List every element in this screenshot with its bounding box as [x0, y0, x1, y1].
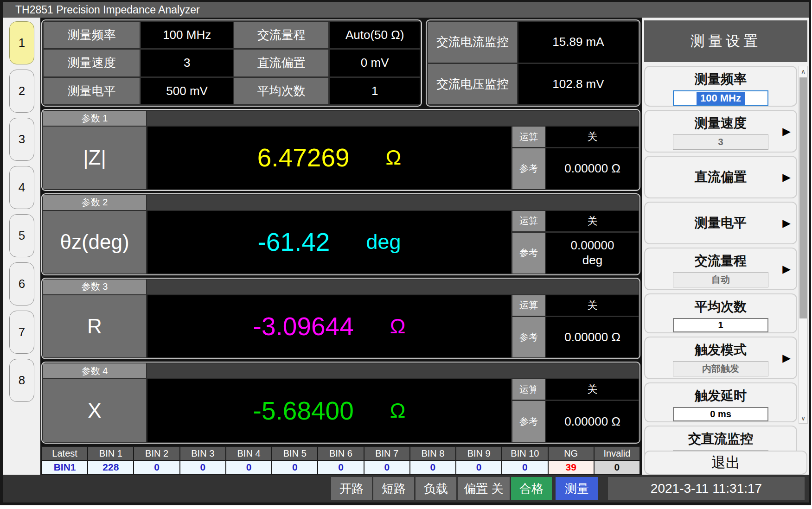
parameter-1-header-label: 参数 1	[43, 111, 146, 126]
parameter-1-name[interactable]: |Z|	[43, 127, 146, 189]
page-tab-3[interactable]: 3	[9, 118, 34, 161]
open-correction-button[interactable]: 开路	[331, 477, 372, 500]
scrollbar-thumb[interactable]	[799, 77, 807, 318]
exit-button[interactable]: 退出	[644, 451, 807, 475]
setting-value: 3	[141, 50, 233, 76]
menu-item-label: 触发模式	[695, 341, 747, 359]
sidebar-menu: 测量频率 100 MHz 测量速度 3 ▶ 直流偏置 ▶ 测量电平 ▶	[644, 66, 797, 467]
parameter-2-name[interactable]: θz(deg)	[43, 211, 146, 274]
op-value[interactable]: 关	[546, 211, 639, 231]
menu-item-frequency[interactable]: 测量频率 100 MHz	[644, 66, 797, 107]
menu-item-trigger-mode[interactable]: 触发模式 内部触发 ▶	[644, 337, 797, 379]
menu-item-label: 交流量程	[695, 252, 747, 270]
frequency-input[interactable]: 100 MHz	[673, 90, 768, 106]
submenu-arrow-icon[interactable]: ▶	[782, 217, 791, 229]
measure-mode-button[interactable]: 测量	[556, 477, 598, 500]
bin-header: BIN 9	[456, 447, 501, 460]
menu-item-label: 测量速度	[695, 115, 747, 132]
menu-item-level[interactable]: 测量电平 ▶	[644, 202, 797, 244]
speed-value-box[interactable]: 3	[673, 134, 768, 150]
bin-header: BIN 6	[318, 447, 363, 460]
parameter-4-header-strip	[147, 363, 639, 378]
page-tab-2[interactable]: 2	[9, 70, 34, 113]
status-bar: 开路 短路 负载 偏置 关 合格 测量 2021-3-11 11:31:17	[3, 475, 809, 503]
parameter-3-right: 运算 关 参考 0.00000 Ω	[512, 295, 639, 358]
ref-value[interactable]: 0.00000 Ω	[546, 148, 639, 189]
ref-value[interactable]: 0.00000 Ω	[546, 401, 639, 442]
op-value[interactable]: 关	[546, 127, 639, 147]
ac-range-value-box[interactable]: 自动	[673, 272, 768, 287]
parameter-4-value: -5.68400	[253, 396, 354, 426]
setting-label: 测量电平	[44, 78, 140, 104]
submenu-arrow-icon[interactable]: ▶	[782, 125, 791, 138]
parameter-4-display: -5.68400 Ω	[147, 379, 511, 442]
parameter-3-value: -3.09644	[253, 312, 354, 341]
op-label: 运算	[512, 127, 545, 147]
parameter-2-body: θz(deg) -61.42 deg 运算 关 参考	[43, 211, 639, 274]
parameter-3-ref-row: 参考 0.00000 Ω	[512, 317, 639, 358]
parameter-3-name[interactable]: R	[43, 295, 146, 358]
parameter-1-header-strip	[147, 111, 639, 126]
app-title: TH2851 Precision Impedance Analyzer	[15, 4, 200, 16]
bin-header: BIN 1	[88, 447, 133, 460]
op-value[interactable]: 关	[546, 295, 639, 316]
title-bar: TH2851 Precision Impedance Analyzer	[3, 2, 809, 18]
short-correction-button[interactable]: 短路	[373, 477, 414, 500]
trigger-mode-value-box[interactable]: 内部触发	[673, 361, 768, 376]
parameter-2-value: -61.42	[257, 227, 330, 257]
menu-item-dc-bias[interactable]: 直流偏置 ▶	[644, 156, 797, 198]
parameter-4-name[interactable]: X	[43, 379, 146, 442]
parameter-3-op-row: 运算 关	[512, 295, 639, 316]
ref-label: 参考	[512, 148, 545, 189]
page-tab-1[interactable]: 1	[9, 21, 34, 64]
parameter-3-display: -3.09644 Ω	[147, 295, 511, 358]
scroll-up-icon[interactable]: ∧	[799, 66, 807, 76]
load-correction-button[interactable]: 负载	[416, 477, 456, 500]
parameter-2-ref-row: 参考 0.00000 deg	[512, 233, 639, 274]
menu-item-speed[interactable]: 测量速度 3 ▶	[644, 110, 797, 153]
parameter-1-right: 运算 关 参考 0.00000 Ω	[512, 127, 639, 189]
setting-label: 交流量程	[234, 22, 328, 48]
ref-value[interactable]: 0.00000 Ω	[546, 317, 639, 358]
parameter-2-header-strip	[147, 195, 639, 210]
menu-item-trigger-delay[interactable]: 触发延时 0 ms	[644, 382, 797, 422]
sidebar-scrollbar[interactable]: ∧ ∨	[799, 66, 808, 424]
page-tab-4[interactable]: 4	[9, 166, 34, 209]
frequency-input-selected-text: 100 MHz	[697, 92, 745, 105]
top-settings-row: 测量频率 100 MHz 交流量程 Auto(50 Ω) 测量速度 3 直流偏置…	[41, 19, 640, 107]
setting-value: 1	[330, 78, 420, 104]
parameter-2-unit: deg	[366, 230, 401, 254]
trigger-delay-input[interactable]: 0 ms	[673, 407, 768, 421]
menu-item-average[interactable]: 平均次数 1	[644, 293, 797, 333]
submenu-arrow-icon[interactable]: ▶	[782, 352, 791, 364]
bin-header-invalid: Invalid	[595, 447, 639, 460]
page-tab-6[interactable]: 6	[9, 262, 34, 305]
parameter-3-header-label: 参数 3	[43, 280, 146, 294]
parameter-1-unit: Ω	[386, 146, 402, 170]
page-tab-7[interactable]: 7	[9, 311, 34, 354]
content-area: 1 2 3 4 5 6 7 8 测量频率 100 MHz 交流量程 Auto(5…	[3, 18, 809, 475]
submenu-arrow-icon[interactable]: ▶	[782, 171, 791, 184]
parameter-4-op-row: 运算 关	[512, 379, 639, 400]
op-value[interactable]: 关	[546, 379, 639, 400]
parameter-1-op-row: 运算 关	[512, 127, 639, 147]
parameter-1-body: |Z| 6.47269 Ω 运算 关 参考 0.	[43, 127, 639, 189]
bin-header: BIN 3	[180, 447, 225, 460]
ref-value[interactable]: 0.00000 deg	[546, 233, 639, 274]
parameter-3-header: 参数 3	[43, 280, 639, 294]
average-input[interactable]: 1	[673, 318, 768, 332]
page-tab-8[interactable]: 8	[9, 359, 34, 402]
page-tab-5[interactable]: 5	[9, 214, 34, 257]
monitor-value: 15.89 mA	[518, 22, 638, 63]
submenu-arrow-icon[interactable]: ▶	[782, 263, 791, 275]
menu-item-ac-range[interactable]: 交流量程 自动 ▶	[644, 248, 797, 290]
setting-value: Auto(50 Ω)	[330, 22, 420, 48]
parameter-3-body: R -3.09644 Ω 运算 关 参考 0.0	[43, 295, 639, 358]
bin-count: 0	[410, 461, 455, 474]
bin-header: BIN 7	[364, 447, 409, 460]
scroll-down-icon[interactable]: ∨	[799, 413, 807, 423]
bin-header-ng: NG	[549, 447, 594, 460]
bias-off-button[interactable]: 偏置 关	[458, 477, 510, 500]
bin-header: BIN 5	[272, 447, 317, 460]
parameter-panel-4: 参数 4 X -5.68400 Ω 运算 关	[41, 362, 640, 444]
